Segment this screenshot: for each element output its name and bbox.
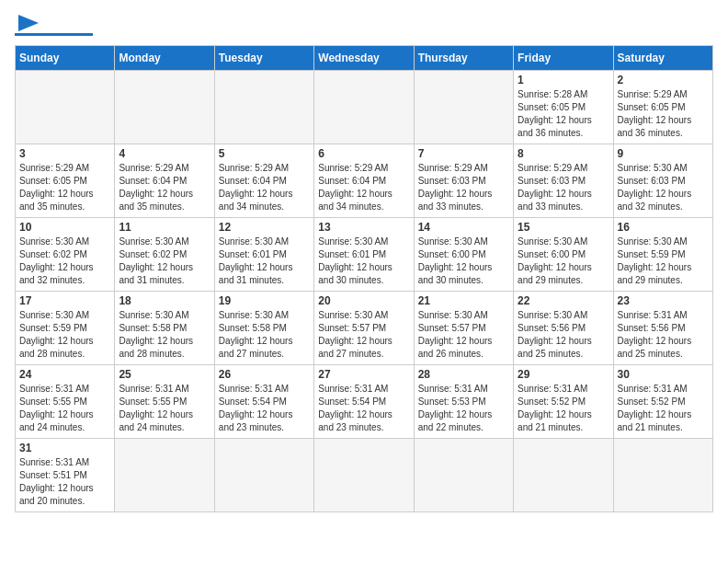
day-info: Sunrise: 5:30 AM Sunset: 6:02 PM Dayligh… [119,236,210,287]
day-number: 7 [418,147,509,160]
calendar-cell: 8Sunrise: 5:29 AM Sunset: 6:03 PM Daylig… [514,144,613,218]
calendar-cell: 5Sunrise: 5:29 AM Sunset: 6:04 PM Daylig… [214,144,313,218]
day-number: 1 [518,74,609,86]
day-info: Sunrise: 5:31 AM Sunset: 5:52 PM Dayligh… [518,383,609,434]
calendar-cell [115,71,214,144]
calendar-cell [314,71,414,144]
day-info: Sunrise: 5:30 AM Sunset: 6:03 PM Dayligh… [618,162,709,213]
day-number: 28 [418,368,509,381]
calendar-cell: 3Sunrise: 5:29 AM Sunset: 6:05 PM Daylig… [16,144,115,218]
day-info: Sunrise: 5:31 AM Sunset: 5:53 PM Dayligh… [418,383,509,434]
calendar-cell [214,439,313,512]
calendar-cell: 28Sunrise: 5:31 AM Sunset: 5:53 PM Dayli… [414,365,513,439]
day-number: 18 [119,294,210,307]
calendar-cell: 26Sunrise: 5:31 AM Sunset: 5:54 PM Dayli… [214,365,313,439]
day-info: Sunrise: 5:29 AM Sunset: 6:04 PM Dayligh… [318,162,409,213]
day-info: Sunrise: 5:29 AM Sunset: 6:03 PM Dayligh… [518,162,609,213]
calendar: SundayMondayTuesdayWednesdayThursdayFrid… [15,45,713,512]
calendar-cell: 12Sunrise: 5:30 AM Sunset: 6:01 PM Dayli… [214,218,313,292]
weekday-header-thursday: Thursday [414,46,513,71]
calendar-cell [514,439,613,512]
day-info: Sunrise: 5:30 AM Sunset: 6:01 PM Dayligh… [318,236,409,287]
day-number: 10 [19,221,110,234]
day-number: 31 [19,442,110,454]
weekday-header-monday: Monday [115,46,214,71]
calendar-cell: 17Sunrise: 5:30 AM Sunset: 5:59 PM Dayli… [16,292,115,365]
logo-icon [18,15,39,31]
calendar-cell: 19Sunrise: 5:30 AM Sunset: 5:58 PM Dayli… [214,292,313,365]
week-row-0: 1Sunrise: 5:28 AM Sunset: 6:05 PM Daylig… [16,71,713,144]
day-info: Sunrise: 5:30 AM Sunset: 5:58 PM Dayligh… [219,309,310,361]
calendar-cell: 18Sunrise: 5:30 AM Sunset: 5:58 PM Dayli… [115,292,214,365]
day-number: 22 [518,294,609,307]
calendar-cell [16,71,115,144]
day-number: 20 [318,294,409,307]
page-header [15,15,713,36]
calendar-cell: 27Sunrise: 5:31 AM Sunset: 5:54 PM Dayli… [314,365,414,439]
day-number: 23 [618,294,709,307]
calendar-cell: 7Sunrise: 5:29 AM Sunset: 6:03 PM Daylig… [414,144,513,218]
day-number: 29 [518,368,609,381]
day-number: 2 [618,74,709,86]
calendar-cell: 11Sunrise: 5:30 AM Sunset: 6:02 PM Dayli… [115,218,214,292]
day-number: 11 [119,221,210,234]
calendar-cell [414,71,513,144]
calendar-cell: 9Sunrise: 5:30 AM Sunset: 6:03 PM Daylig… [613,144,712,218]
day-info: Sunrise: 5:31 AM Sunset: 5:54 PM Dayligh… [318,383,409,434]
calendar-cell: 30Sunrise: 5:31 AM Sunset: 5:52 PM Dayli… [613,365,712,439]
calendar-cell: 4Sunrise: 5:29 AM Sunset: 6:04 PM Daylig… [115,144,214,218]
calendar-cell: 2Sunrise: 5:29 AM Sunset: 6:05 PM Daylig… [613,71,712,144]
day-number: 16 [618,221,709,234]
calendar-cell: 16Sunrise: 5:30 AM Sunset: 5:59 PM Dayli… [613,218,712,292]
day-number: 24 [19,368,110,381]
weekday-header-saturday: Saturday [613,46,712,71]
day-info: Sunrise: 5:29 AM Sunset: 6:03 PM Dayligh… [418,162,509,213]
day-info: Sunrise: 5:30 AM Sunset: 5:59 PM Dayligh… [618,236,709,287]
calendar-cell: 10Sunrise: 5:30 AM Sunset: 6:02 PM Dayli… [16,218,115,292]
day-number: 8 [518,147,609,160]
day-info: Sunrise: 5:30 AM Sunset: 6:01 PM Dayligh… [219,236,310,287]
day-info: Sunrise: 5:30 AM Sunset: 5:59 PM Dayligh… [19,309,110,361]
day-info: Sunrise: 5:29 AM Sunset: 6:05 PM Dayligh… [19,162,110,213]
day-number: 14 [418,221,509,234]
day-number: 12 [219,221,310,234]
logo-underline [15,33,93,36]
week-row-1: 3Sunrise: 5:29 AM Sunset: 6:05 PM Daylig… [16,144,713,218]
calendar-cell [214,71,313,144]
day-info: Sunrise: 5:30 AM Sunset: 6:00 PM Dayligh… [518,236,609,287]
day-number: 3 [19,147,110,160]
calendar-cell: 29Sunrise: 5:31 AM Sunset: 5:52 PM Dayli… [514,365,613,439]
weekday-header-tuesday: Tuesday [214,46,313,71]
day-number: 30 [618,368,709,381]
day-number: 26 [219,368,310,381]
day-info: Sunrise: 5:30 AM Sunset: 5:58 PM Dayligh… [119,309,210,361]
calendar-cell: 6Sunrise: 5:29 AM Sunset: 6:04 PM Daylig… [314,144,414,218]
day-number: 4 [119,147,210,160]
logo [15,15,93,36]
day-info: Sunrise: 5:31 AM Sunset: 5:55 PM Dayligh… [19,383,110,434]
calendar-cell: 13Sunrise: 5:30 AM Sunset: 6:01 PM Dayli… [314,218,414,292]
calendar-cell: 21Sunrise: 5:30 AM Sunset: 5:57 PM Dayli… [414,292,513,365]
calendar-cell: 25Sunrise: 5:31 AM Sunset: 5:55 PM Dayli… [115,365,214,439]
day-number: 6 [318,147,409,160]
week-row-5: 31Sunrise: 5:31 AM Sunset: 5:51 PM Dayli… [16,439,713,512]
day-number: 25 [119,368,210,381]
calendar-cell: 23Sunrise: 5:31 AM Sunset: 5:56 PM Dayli… [613,292,712,365]
calendar-cell: 22Sunrise: 5:30 AM Sunset: 5:56 PM Dayli… [514,292,613,365]
calendar-cell [115,439,214,512]
day-info: Sunrise: 5:29 AM Sunset: 6:04 PM Dayligh… [219,162,310,213]
weekday-header-friday: Friday [514,46,613,71]
day-info: Sunrise: 5:30 AM Sunset: 5:57 PM Dayligh… [318,309,409,361]
day-info: Sunrise: 5:30 AM Sunset: 5:57 PM Dayligh… [418,309,509,361]
week-row-3: 17Sunrise: 5:30 AM Sunset: 5:59 PM Dayli… [16,292,713,365]
day-info: Sunrise: 5:31 AM Sunset: 5:51 PM Dayligh… [19,456,110,508]
calendar-cell [314,439,414,512]
day-info: Sunrise: 5:30 AM Sunset: 5:56 PM Dayligh… [518,309,609,361]
day-info: Sunrise: 5:29 AM Sunset: 6:04 PM Dayligh… [119,162,210,213]
day-info: Sunrise: 5:31 AM Sunset: 5:52 PM Dayligh… [618,383,709,434]
calendar-cell [414,439,513,512]
day-info: Sunrise: 5:31 AM Sunset: 5:56 PM Dayligh… [618,309,709,361]
calendar-cell: 24Sunrise: 5:31 AM Sunset: 5:55 PM Dayli… [16,365,115,439]
day-number: 21 [418,294,509,307]
day-info: Sunrise: 5:31 AM Sunset: 5:54 PM Dayligh… [219,383,310,434]
